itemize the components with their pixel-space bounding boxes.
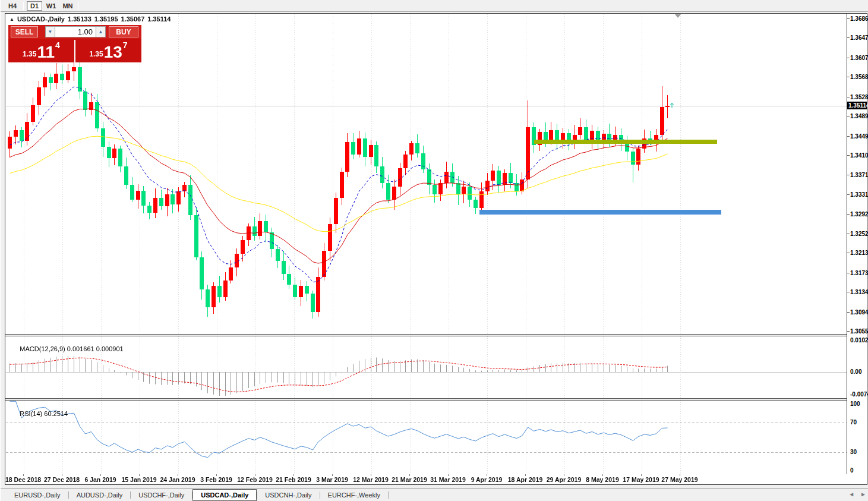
- price-axis-label: 1.32920: [850, 211, 868, 218]
- time-axis-label: 8 May 2019: [586, 476, 618, 483]
- timeframe-button-d1[interactable]: D1: [27, 1, 42, 11]
- price-axis-tick: [847, 18, 850, 19]
- rsi-axis-label: 0: [850, 467, 854, 474]
- ohlc-open: 1.35133: [68, 15, 91, 23]
- current-price-tag: 1.35114: [847, 102, 867, 109]
- volume-decrease-button[interactable]: ▼: [45, 26, 55, 37]
- tabs-scroll-right-icon[interactable]: ►: [860, 491, 866, 497]
- rsi-splitter[interactable]: [5, 398, 867, 401]
- time-axis-label: 24 Jan 2019: [160, 476, 195, 483]
- price-axis-tick: [847, 58, 850, 58]
- time-axis-label: 21 Feb 2019: [276, 476, 311, 483]
- timeframe-button-w1[interactable]: W1: [43, 1, 59, 11]
- chart-tab-bar: EURUSD-,DailyAUDUSD-,DailyUSDCHF-,DailyU…: [1, 488, 868, 501]
- time-axis-label: 15 Jan 2019: [122, 476, 157, 483]
- macd-axis-label: -0.00747: [850, 391, 868, 398]
- price-axis-tick: [847, 97, 850, 97]
- price-axis-label: 1.36070: [850, 55, 868, 61]
- macd-splitter[interactable]: [5, 334, 867, 336]
- price-axis-tick: [847, 116, 850, 116]
- time-axis-label: 18 Dec 2018: [5, 476, 41, 483]
- price-axis-tick: [847, 37, 850, 38]
- tab-separator: [388, 491, 389, 499]
- sell-button[interactable]: SELL: [11, 26, 38, 37]
- ohlc-low: 1.35067: [121, 15, 145, 23]
- timeframe-button-mn[interactable]: MN: [60, 1, 75, 11]
- sell-price-big: 11: [37, 45, 55, 60]
- rsi-axis-label: 70: [850, 419, 857, 426]
- sell-price-sup: 4: [55, 40, 60, 50]
- price-axis-label: 1.31340: [850, 289, 868, 295]
- price-axis-tick: [847, 136, 850, 137]
- price-axis-tick: [847, 292, 850, 292]
- time-axis-label: 3 Mar 2019: [316, 476, 348, 483]
- buy-price-prefix: 1.35: [89, 50, 103, 58]
- timeframe-button-h4[interactable]: H4: [5, 1, 20, 11]
- timeframe-toolbar: H4D1W1MN: [1, 0, 868, 12]
- time-axis-label: 6 Jan 2019: [84, 476, 116, 483]
- price-axis-tick: [847, 194, 850, 195]
- time-axis-label: 27 Dec 2018: [44, 476, 80, 483]
- macd-indicator-canvas[interactable]: [6, 336, 847, 398]
- chart-window: 1.35114 1.368601.364701.360701.356801.35…: [5, 13, 867, 485]
- time-axis[interactable]: 18 Dec 201827 Dec 20186 Jan 201915 Jan 2…: [5, 474, 846, 484]
- volume-input[interactable]: 1.00: [55, 26, 96, 37]
- tab-usdchf[interactable]: USDCHF-,Daily: [131, 490, 192, 500]
- price-axis-tick: [847, 312, 850, 313]
- price-axis-label: 1.34100: [850, 152, 868, 159]
- chart-title: ▲ USDCAD-,Daily 1.35133 1.35195 1.35067 …: [10, 15, 171, 23]
- time-axis-label: 29 Apr 2019: [547, 476, 582, 483]
- price-axis-label: 1.35280: [850, 94, 868, 100]
- ohlc-high: 1.35195: [94, 15, 118, 23]
- price-axis-label: 1.33710: [850, 172, 868, 178]
- time-axis-label: 27 May 2019: [661, 476, 697, 483]
- time-axis-label: 17 May 2019: [623, 476, 659, 483]
- price-axis-tick: [847, 214, 850, 215]
- chart-symbol-period: USDCAD-,Daily: [17, 15, 65, 23]
- price-axis-label: 1.32520: [850, 231, 868, 237]
- time-axis-label: 12 Feb 2019: [237, 476, 273, 483]
- time-axis-label: 12 Mar 2019: [353, 476, 389, 483]
- buy-button[interactable]: BUY: [109, 26, 138, 37]
- tabs-scroll-left-icon[interactable]: ◄: [848, 491, 854, 497]
- buy-price-display[interactable]: 1.35 13 7: [75, 40, 141, 62]
- one-click-trade-panel: SELL ▼ 1.00 ▲ BUY 1.35 11 4 1.35 13 7: [8, 25, 141, 62]
- rsi-label: RSI(14) 60.2514: [9, 403, 68, 424]
- time-axis-label: 9 Apr 2019: [471, 476, 503, 483]
- macd-axis-label: 0.00: [850, 368, 861, 375]
- tab-eurusd[interactable]: EURUSD-,Daily: [7, 490, 68, 500]
- buy-price-sup: 7: [123, 40, 128, 50]
- tab-usdcnh[interactable]: USDCNH-,Daily: [257, 490, 319, 500]
- sell-price-display[interactable]: 1.35 11 4: [8, 40, 75, 62]
- price-axis-label: 1.30940: [850, 309, 868, 316]
- price-axis-tick: [847, 273, 850, 273]
- rsi-axis-label: 30: [850, 449, 857, 455]
- price-axis-tick: [847, 234, 850, 234]
- price-axis-label: 1.31730: [850, 270, 868, 276]
- rsi-axis-label: 100: [850, 401, 860, 407]
- tab-usdcad[interactable]: USDCAD-,Daily: [192, 489, 257, 501]
- time-axis-label: 3 Feb 2019: [200, 476, 232, 483]
- toolbar-separator: [23, 2, 24, 10]
- price-axis-label: 1.36470: [850, 34, 868, 41]
- price-axis[interactable]: 1.35114 1.368601.364701.360701.356801.35…: [847, 14, 867, 474]
- volume-increase-button[interactable]: ▲: [96, 26, 106, 37]
- rsi-indicator-canvas[interactable]: [6, 401, 847, 474]
- price-axis-label: 1.32130: [850, 250, 868, 256]
- price-axis-label: 1.34490: [850, 133, 868, 140]
- price-axis-label: 1.35680: [850, 74, 868, 80]
- time-axis-label: 21 Mar 2019: [392, 476, 427, 483]
- buy-price-big: 13: [104, 45, 122, 60]
- price-axis-tick: [847, 155, 850, 156]
- sell-price-prefix: 1.35: [23, 50, 36, 58]
- price-axis-tick: [847, 175, 850, 175]
- collapse-arrow-icon[interactable]: ▲: [10, 17, 14, 22]
- tab-audusd[interactable]: AUDUSD-,Daily: [69, 490, 131, 500]
- price-axis-label: 1.33310: [850, 191, 868, 198]
- time-axis-label: 18 Apr 2019: [508, 476, 543, 483]
- ohlc-close: 1.35114: [147, 15, 171, 23]
- scroll-to-end-marker-icon[interactable]: [675, 14, 681, 18]
- toolbar-separator: [78, 2, 79, 10]
- tab-eurchf[interactable]: EURCHF-,Weekly: [320, 490, 388, 500]
- price-axis-label: 1.36860: [850, 15, 868, 22]
